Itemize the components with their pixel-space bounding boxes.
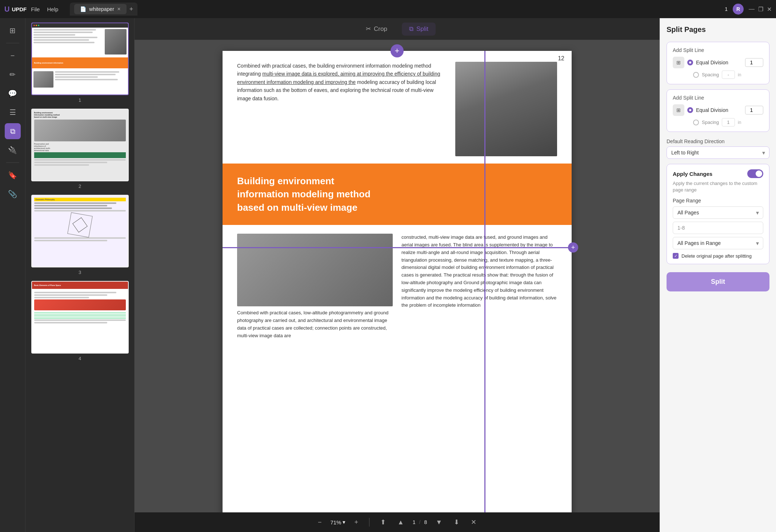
thumbnail-image-4[interactable]: Basic Elements of Plane Space xyxy=(31,281,129,354)
page-divider: / xyxy=(419,519,421,525)
close-button[interactable]: ✕ xyxy=(767,6,772,13)
document-view[interactable]: + + 12 Combined with practical cases, th… xyxy=(135,40,660,512)
radio-spacing-1[interactable] xyxy=(693,72,699,78)
bottom-columns: Combined with practical cases, low-altit… xyxy=(237,234,557,339)
zoom-in-button[interactable]: + xyxy=(351,517,361,528)
radio-spacing-2[interactable] xyxy=(693,120,699,125)
titlebar-right: 1 R — ❐ ✕ xyxy=(725,4,772,15)
tab-icon: 📄 xyxy=(80,6,86,12)
division-label-1: Equal Division xyxy=(696,60,742,65)
sidebar-pages-icon[interactable]: ⊞ xyxy=(5,23,21,39)
equal-division-row-2: ⊞ Equal Division xyxy=(673,104,763,116)
delete-original-label: Delete original page after splitting xyxy=(681,253,752,259)
page-range-select[interactable]: All Pages Custom Range xyxy=(673,206,763,219)
thumbnail-item-3[interactable]: Geometric Philosophy xyxy=(28,195,131,275)
division-icon-1: ⊞ xyxy=(673,57,684,68)
sidebar-bookmark-icon[interactable]: 🔖 xyxy=(5,167,21,183)
apply-changes-toggle[interactable] xyxy=(747,169,763,178)
spacing-row-1: Spacing - in xyxy=(673,70,763,79)
maximize-button[interactable]: ❐ xyxy=(758,6,763,13)
orange-banner: Building environment information modelin… xyxy=(223,164,572,225)
active-tab[interactable]: 📄 whitepaper ✕ xyxy=(74,4,127,14)
thumbnail-label-3: 3 xyxy=(79,270,81,275)
current-page: 1 xyxy=(413,519,416,525)
version-indicator: 1 xyxy=(725,6,728,12)
sidebar-comment-icon[interactable]: 💬 xyxy=(5,85,21,101)
thumbnail-image-2[interactable]: Building environmentInformation modeling… xyxy=(31,109,129,181)
tab-close-button[interactable]: ✕ xyxy=(117,7,121,12)
split-button-toolbar[interactable]: ⧉ Split xyxy=(402,23,436,36)
app-logo: U UPDF xyxy=(4,5,27,13)
thumbnail-image-3[interactable]: Geometric Philosophy xyxy=(31,195,129,267)
delete-original-checkbox[interactable] xyxy=(673,253,679,259)
sub-range-select[interactable]: All Pages in Range Even Pages Odd Pages xyxy=(673,237,763,249)
main-text-column: Combined with practical cases, the build… xyxy=(237,62,447,156)
thumbnail-item-1[interactable]: Building environment information 1 xyxy=(28,23,131,103)
sidebar-plugin-icon[interactable]: 🔌 xyxy=(5,142,21,158)
thumbnail-image-1[interactable]: Building environment information xyxy=(31,23,129,95)
apply-changes-desc: Apply the current changes to the custom … xyxy=(673,180,763,193)
help-menu[interactable]: Help xyxy=(47,6,58,12)
split-pages-button[interactable]: Split xyxy=(667,272,769,291)
sidebar-list-icon[interactable]: ☰ xyxy=(5,104,21,120)
main-layout: ⊞ − ✏ 💬 ☰ ⧉ 🔌 🔖 📎 xyxy=(0,18,776,532)
page-number: 12 xyxy=(558,55,564,62)
radio-equal-2[interactable] xyxy=(687,107,693,113)
direction-label: Default Reading Direction xyxy=(667,138,769,144)
spacing-row-2: Spacing 1 in xyxy=(673,118,763,126)
sidebar: ⊞ − ✏ 💬 ☰ ⧉ 🔌 🔖 📎 xyxy=(0,18,25,532)
page-content: Combined with practical cases, the build… xyxy=(223,51,572,350)
direction-select[interactable]: Left to Right Right to Left xyxy=(667,146,769,159)
bottom-text-left: Combined with practical cases, low-altit… xyxy=(237,309,393,339)
zoom-out-button[interactable]: − xyxy=(315,517,325,528)
spacing-value-1: - xyxy=(722,70,735,79)
split-handle-top[interactable]: + xyxy=(391,44,404,57)
page-navigation: 1 / 8 xyxy=(413,519,427,525)
next-page-button[interactable]: ▼ xyxy=(433,517,445,528)
zoom-display: 71% ▾ xyxy=(330,519,345,525)
page-range-select-wrapper: All Pages Custom Range xyxy=(673,206,763,219)
thumbnail-item-4[interactable]: Basic Elements of Plane Space 4 xyxy=(28,281,131,361)
sidebar-attachment-icon[interactable]: 📎 xyxy=(5,186,21,202)
division-value-2[interactable] xyxy=(745,106,763,114)
crop-button[interactable]: ✂ Crop xyxy=(359,22,395,36)
sidebar-divider2 xyxy=(6,162,19,163)
bottom-toolbar: − 71% ▾ + ⬆ ▲ 1 / 8 ▼ ⬇ ✕ xyxy=(135,512,660,532)
delete-original-row: Delete original page after splitting xyxy=(673,253,763,259)
horizontal-split-line[interactable]: + xyxy=(223,247,572,248)
spacing-label-1: Spacing xyxy=(702,72,719,77)
scroll-bottom-button[interactable]: ⬇ xyxy=(451,517,462,528)
thumbnail-label-4: 4 xyxy=(79,356,81,361)
file-menu[interactable]: File xyxy=(31,6,40,12)
scroll-top-button[interactable]: ⬆ xyxy=(377,517,389,528)
thumbnail-item-2[interactable]: Building environmentInformation modeling… xyxy=(28,109,131,189)
direction-select-wrapper: Left to Right Right to Left xyxy=(667,146,769,159)
sidebar-edit-icon[interactable]: ✏ xyxy=(5,66,21,82)
division-label-2: Equal Division xyxy=(696,107,742,113)
prev-page-button[interactable]: ▲ xyxy=(395,517,407,528)
person-image xyxy=(237,234,393,306)
user-avatar[interactable]: R xyxy=(733,4,744,15)
bottom-col-left: Combined with practical cases, low-altit… xyxy=(237,234,393,339)
zoom-dropdown-icon[interactable]: ▾ xyxy=(343,519,345,525)
new-tab-button[interactable]: + xyxy=(129,5,133,13)
thumbnail-label-1: 1 xyxy=(79,97,81,103)
page-range-label: Page Range xyxy=(673,198,763,203)
minimize-button[interactable]: — xyxy=(749,6,755,13)
tab-label: whitepaper xyxy=(89,6,114,12)
radio-equal-1[interactable] xyxy=(687,60,693,65)
division-icon-2: ⊞ xyxy=(673,104,684,116)
sidebar-minus-icon[interactable]: − xyxy=(5,48,21,64)
sidebar-divider xyxy=(6,43,19,43)
thumbnail-panel: Building environment information 1 xyxy=(25,18,135,532)
direction-section: Default Reading Direction Left to Right … xyxy=(667,138,769,159)
split-handle-right[interactable]: + xyxy=(568,242,578,253)
spacing-label-2: Spacing xyxy=(702,120,719,125)
close-view-button[interactable]: ✕ xyxy=(468,517,479,528)
total-pages: 8 xyxy=(424,519,427,525)
division-value-1[interactable] xyxy=(745,58,763,67)
sidebar-split-icon[interactable]: ⧉ xyxy=(5,123,21,139)
vertical-split-line[interactable] xyxy=(484,51,485,512)
page-container: + + 12 Combined with practical cases, th… xyxy=(223,51,572,512)
panel-title: Split Pages xyxy=(667,25,769,34)
